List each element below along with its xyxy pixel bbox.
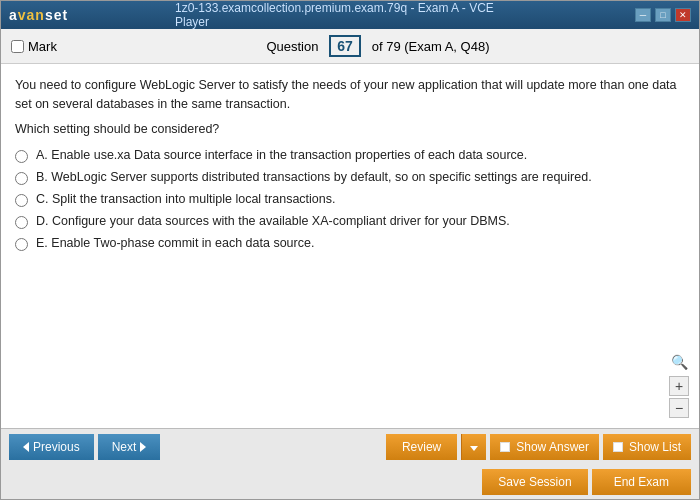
nav-row-bottom: Save Session End Exam — [1, 465, 699, 499]
search-icon: 🔍 — [671, 354, 688, 370]
previous-arrow-icon — [23, 442, 29, 452]
title-bar: avanset 1z0-133.examcollection.premium.e… — [1, 1, 699, 29]
app-window: avanset 1z0-133.examcollection.premium.e… — [0, 0, 700, 500]
option-d-radio[interactable] — [15, 216, 28, 229]
previous-button[interactable]: Previous — [9, 434, 94, 460]
question-number-badge: 67 — [329, 35, 361, 57]
show-list-button[interactable]: Show List — [603, 434, 691, 460]
list-item: D. Configure your data sources with the … — [15, 214, 685, 229]
review-dropdown-button[interactable] — [461, 434, 486, 460]
window-controls: ─ □ ✕ — [635, 8, 691, 22]
list-item: E. Enable Two-phase commit in each data … — [15, 236, 685, 251]
show-list-icon — [613, 442, 623, 452]
content-area: You need to configure WebLogic Server to… — [1, 64, 699, 428]
mark-label: Mark — [28, 39, 57, 54]
nav-row-top: Previous Next Review Show Answer Show Li… — [1, 429, 699, 465]
save-session-button[interactable]: Save Session — [482, 469, 587, 495]
answer-options: A. Enable use.xa Data source interface i… — [15, 148, 685, 251]
option-b-label: B. WebLogic Server supports distributed … — [36, 170, 592, 184]
title-bar-left: avanset — [9, 7, 68, 23]
bottom-navigation: Previous Next Review Show Answer Show Li… — [1, 428, 699, 499]
list-item: C. Split the transaction into multiple l… — [15, 192, 685, 207]
zoom-controls: 🔍 + − — [669, 354, 689, 418]
app-logo: avanset — [9, 7, 68, 23]
option-e-label: E. Enable Two-phase commit in each data … — [36, 236, 314, 250]
review-button[interactable]: Review — [386, 434, 457, 460]
maximize-button[interactable]: □ — [655, 8, 671, 22]
question-prompt: Which setting should be considered? — [15, 122, 685, 136]
show-answer-button[interactable]: Show Answer — [490, 434, 599, 460]
next-arrow-icon — [140, 442, 146, 452]
window-title: 1z0-133.examcollection.premium.exam.79q … — [175, 1, 525, 29]
mark-checkbox-input[interactable] — [11, 40, 24, 53]
option-a-label: A. Enable use.xa Data source interface i… — [36, 148, 527, 162]
close-button[interactable]: ✕ — [675, 8, 691, 22]
question-total: of 79 (Exam A, Q48) — [372, 39, 490, 54]
option-a-radio[interactable] — [15, 150, 28, 163]
question-text: You need to configure WebLogic Server to… — [15, 76, 685, 114]
list-item: B. WebLogic Server supports distributed … — [15, 170, 685, 185]
option-e-radio[interactable] — [15, 238, 28, 251]
option-c-label: C. Split the transaction into multiple l… — [36, 192, 335, 206]
header-bar: Mark Question 67 of 79 (Exam A, Q48) — [1, 29, 699, 64]
option-d-label: D. Configure your data sources with the … — [36, 214, 510, 228]
zoom-in-button[interactable]: + — [669, 376, 689, 396]
list-item: A. Enable use.xa Data source interface i… — [15, 148, 685, 163]
question-label: Question — [266, 39, 318, 54]
minimize-button[interactable]: ─ — [635, 8, 651, 22]
mark-checkbox-label[interactable]: Mark — [11, 39, 57, 54]
review-dropdown-icon — [470, 446, 478, 451]
question-info: Question 67 of 79 (Exam A, Q48) — [67, 35, 689, 57]
option-b-radio[interactable] — [15, 172, 28, 185]
option-c-radio[interactable] — [15, 194, 28, 207]
next-button[interactable]: Next — [98, 434, 161, 460]
end-exam-button[interactable]: End Exam — [592, 469, 691, 495]
zoom-out-button[interactable]: − — [669, 398, 689, 418]
show-answer-icon — [500, 442, 510, 452]
